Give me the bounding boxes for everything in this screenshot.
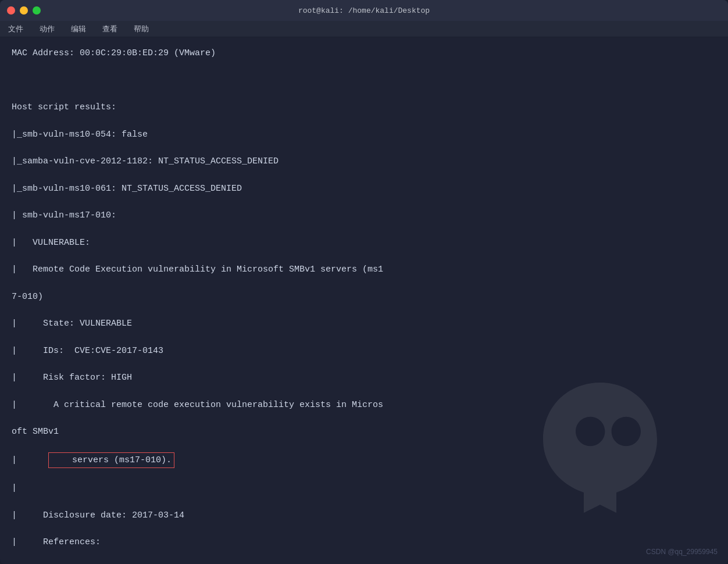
line-smb-ms17: | smb-vuln-ms17-010: xyxy=(12,210,116,220)
highlighted-servers: servers (ms17-010). xyxy=(48,452,174,468)
line-state: | State: VULNERABLE xyxy=(12,319,132,329)
window-title: root@kali: /home/kali/Desktop xyxy=(298,6,430,15)
line-smb-ms10-061: |_smb-vuln-ms10-061: NT_STATUS_ACCESS_DE… xyxy=(12,184,242,194)
line-pipe2: | xyxy=(12,483,17,493)
titlebar: root@kali: /home/kali/Desktop xyxy=(0,0,728,21)
line-vulnerable: | VULNERABLE: xyxy=(12,238,90,248)
line-pipe: | servers (ms17-010). xyxy=(12,455,174,465)
watermark: CSDN @qq_29959945 xyxy=(646,548,718,556)
menu-help[interactable]: 帮助 xyxy=(130,23,152,35)
menu-action[interactable]: 动作 xyxy=(36,23,58,35)
line-mac: MAC Address: 00:0C:29:0B:ED:29 (VMware) xyxy=(12,48,216,58)
terminal-body[interactable]: MAC Address: 00:0C:29:0B:ED:29 (VMware) … xyxy=(0,37,728,564)
minimize-button[interactable] xyxy=(20,6,28,15)
maximize-button[interactable] xyxy=(33,6,41,15)
window-controls xyxy=(7,6,41,15)
terminal-window: root@kali: /home/kali/Desktop 文件 动作 编辑 查… xyxy=(0,0,728,564)
menu-bar: 文件 动作 编辑 查看 帮助 xyxy=(0,21,728,37)
line-smb-ms10-054: |_smb-vuln-ms10-054: false xyxy=(12,130,148,140)
line-desc1: | A critical remote code execution vulne… xyxy=(12,400,383,410)
line-risk: | Risk factor: HIGH xyxy=(12,373,132,383)
line-disclosure: | Disclosure date: 2017-03-14 xyxy=(12,511,184,520)
line-host-script: Host script results: xyxy=(12,102,116,112)
line-samba-vuln: |_samba-vuln-cve-2012-1182: NT_STATUS_AC… xyxy=(12,156,279,166)
line-desc2: oft SMBv1 xyxy=(12,427,59,437)
menu-file[interactable]: 文件 xyxy=(5,23,27,35)
menu-view[interactable]: 查看 xyxy=(99,23,121,35)
line-rce-desc2: 7-010) xyxy=(12,292,43,302)
menu-edit[interactable]: 编辑 xyxy=(67,23,90,35)
kali-logo xyxy=(519,366,681,529)
line-ids: | IDs: CVE:CVE-2017-0143 xyxy=(12,346,163,356)
line-rce-desc1: | Remote Code Execution vulnerability in… xyxy=(12,265,383,274)
line-references: | References: xyxy=(12,537,101,547)
close-button[interactable] xyxy=(7,6,15,15)
